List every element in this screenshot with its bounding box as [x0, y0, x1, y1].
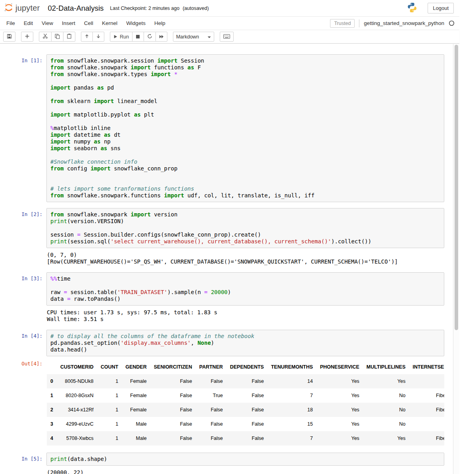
paste-cell-button[interactable]	[63, 32, 75, 42]
table-row: 18020-8GsxN1FemaleFalseTrueFalse7YesNoFi…	[47, 388, 444, 403]
table-cell: 15	[267, 417, 317, 431]
cell-input-row: In [3]:%%time raw = session.table('TRAIN…	[0, 272, 459, 306]
code-editor[interactable]: %%time raw = session.table('TRAIN_DATASE…	[46, 272, 444, 306]
checkpoint-status: Last Checkpoint: 2 minutes ago	[110, 6, 179, 11]
menu-item-file[interactable]: File	[2, 18, 19, 29]
restart-run-all-button[interactable]	[155, 32, 167, 42]
column-header: MULTIPLELINES	[363, 360, 409, 374]
table-cell: No	[363, 388, 409, 403]
run-button[interactable]: Run	[110, 32, 132, 42]
code-cell[interactable]: In [3]:%%time raw = session.table('TRAIN…	[0, 272, 459, 324]
code-text: # to display all the columns of the data…	[50, 333, 440, 353]
code-editor[interactable]: from snowflake.snowpark.session import S…	[46, 54, 444, 202]
python-logo-icon	[407, 2, 417, 14]
table-row: 45708-Xwbcs1MaleFalseFalseFalse7YesYesFi…	[47, 431, 444, 445]
cell-input-row: In [2]:from snowflake.snowpark import ve…	[0, 208, 459, 248]
output-area: CUSTOMERIDCOUNTGENDERSENIORCITIZENPARTNE…	[46, 359, 444, 447]
row-index: 4	[47, 431, 57, 445]
table-cell: 3414-x12Rf	[57, 403, 97, 417]
trusted-badge[interactable]: Trusted	[330, 19, 355, 28]
interrupt-kernel-button[interactable]	[132, 32, 144, 42]
code-editor[interactable]: # to display all the columns of the data…	[46, 330, 444, 356]
table-cell: Yes	[363, 431, 409, 445]
cut-cell-button[interactable]	[39, 32, 52, 42]
notebook-header: jupyter 02-Data-Analysis Last Checkpoint…	[0, 0, 459, 17]
table-cell: No	[363, 417, 409, 431]
cut-icon	[42, 33, 48, 40]
code-cell[interactable]: In [5]:print(data.shape) (20000, 22)	[0, 453, 459, 474]
scrollbar-thumb[interactable]	[455, 45, 458, 330]
table-header-row: CUSTOMERIDCOUNTGENDERSENIORCITIZENPARTNE…	[47, 360, 444, 374]
cell-type-dropdown[interactable]: Markdown	[173, 32, 214, 42]
toolbar: Run Markdown	[0, 30, 459, 44]
code-text: %%time raw = session.table('TRAIN_DATASE…	[50, 275, 440, 302]
table-cell: DSL	[409, 374, 444, 388]
save-icon	[7, 33, 12, 40]
code-text: from snowflake.snowpark.session import S…	[50, 57, 440, 199]
cell-output-row: (20000, 22)	[0, 468, 459, 474]
output-text: (0, 7, 0) [Row(CURRENT_WAREHOUSE()='SP_Q…	[47, 252, 444, 265]
table-cell: False	[150, 417, 196, 431]
table-cell: Yes	[317, 431, 363, 445]
output-text: (20000, 22)	[47, 469, 444, 474]
table-cell: True	[196, 388, 226, 403]
table-cell: False	[150, 431, 196, 445]
copy-cell-button[interactable]	[51, 32, 63, 42]
row-index: 2	[47, 403, 57, 417]
column-header: TENUREMONTHS	[267, 360, 317, 374]
menu-item-edit[interactable]: Edit	[19, 18, 37, 29]
add-cell-button[interactable]	[21, 32, 33, 42]
table-cell: 18	[267, 403, 317, 417]
code-text: print(data.shape)	[50, 456, 440, 463]
input-prompt: In [4]:	[0, 330, 46, 356]
celltype-caret-icon	[207, 34, 211, 40]
table-cell: Yes	[317, 374, 363, 388]
dataframe-table: CUSTOMERIDCOUNTGENDERSENIORCITIZENPARTNE…	[47, 360, 444, 445]
restart-kernel-button[interactable]	[144, 32, 156, 42]
menu-item-cell[interactable]: Cell	[80, 18, 98, 29]
menu-item-help[interactable]: Help	[150, 18, 170, 29]
jupyter-logo-icon	[4, 3, 13, 14]
move-cell-down-button[interactable]	[92, 32, 104, 42]
column-header: SENIORCITIZEN	[150, 360, 196, 374]
table-cell: Female	[122, 374, 150, 388]
menu-item-kernel[interactable]: Kernel	[98, 18, 122, 29]
command-palette-button[interactable]	[220, 32, 234, 42]
autosave-status: (autosaved)	[182, 6, 209, 11]
paste-icon	[67, 33, 72, 40]
header-right: Logout	[407, 2, 454, 14]
table-cell: 7	[267, 431, 317, 445]
logout-button[interactable]: Logout	[428, 3, 454, 13]
restart-icon	[147, 33, 152, 40]
notebook-title[interactable]: 02-Data-Analysis	[48, 4, 104, 13]
table-cell: 8020-8GsxN	[57, 388, 97, 403]
code-cell[interactable]: In [4]:# to display all the columns of t…	[0, 330, 459, 447]
table-cell: 4299-eUzvC	[57, 417, 97, 431]
save-button[interactable]	[3, 32, 15, 42]
cell-type-value: Markdown	[176, 34, 199, 40]
code-cell[interactable]: In [1]:from snowflake.snowpark.session i…	[0, 54, 459, 202]
table-cell: 1	[97, 388, 122, 403]
output-prompt: Out[4]:	[0, 359, 46, 447]
table-cell: False	[196, 374, 226, 388]
menu-item-view[interactable]: View	[37, 18, 58, 29]
menu-item-insert[interactable]: Insert	[58, 18, 80, 29]
scrollbar-track[interactable]	[453, 44, 459, 474]
output-area: CPU times: user 1.73 s, sys: 97.5 ms, to…	[46, 308, 444, 324]
column-header: COUNT	[97, 360, 122, 374]
table-cell: Fiber optic	[409, 403, 444, 417]
input-prompt: In [2]:	[0, 208, 46, 248]
output-prompt	[0, 250, 46, 266]
jupyter-logo[interactable]: jupyter	[4, 3, 40, 14]
move-cell-up-button[interactable]	[81, 32, 93, 42]
cell-input-row: In [4]:# to display all the columns of t…	[0, 330, 459, 356]
code-editor[interactable]: print(data.shape)	[46, 453, 444, 466]
table-cell: Female	[122, 388, 150, 403]
menu-item-widgets[interactable]: Widgets	[122, 18, 150, 29]
code-editor[interactable]: from snowflake.snowpark import version p…	[46, 208, 444, 248]
code-cell[interactable]: In [2]:from snowflake.snowpark import ve…	[0, 208, 459, 266]
table-cell: Female	[122, 403, 150, 417]
table-cell: Fiber optic	[409, 431, 444, 445]
table-cell: 14	[267, 374, 317, 388]
table-cell: 7	[267, 388, 317, 403]
